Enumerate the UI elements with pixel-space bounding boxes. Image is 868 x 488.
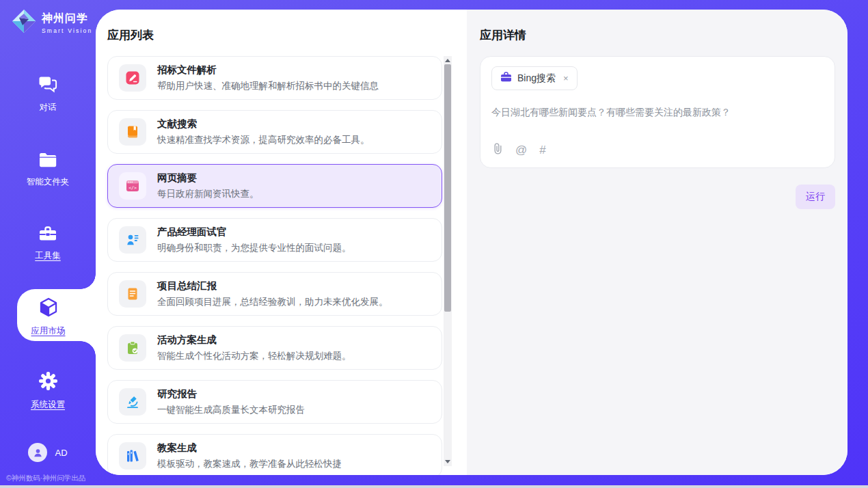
app-list-title: 应用列表 bbox=[107, 27, 154, 43]
brand-name: 神州问学 bbox=[42, 12, 92, 26]
browser-icon: </> bbox=[119, 172, 146, 200]
run-button[interactable]: 运行 bbox=[796, 185, 835, 209]
app-card-description: 智能生成个性化活动方案，轻松解决规划难题。 bbox=[157, 350, 351, 362]
sidebar-item-toolset[interactable]: 工具集 bbox=[0, 225, 96, 262]
list-scrollbar[interactable] bbox=[444, 56, 452, 466]
toolbox-icon bbox=[38, 225, 57, 245]
app-card[interactable]: 文献搜索 快速精准查找学术资源，提高研究效率的必备工具。 bbox=[107, 110, 442, 154]
main-panel: 应用列表 招标文件解析 帮助用户快速、准确地理解和解析招标书中的关键信息 bbox=[96, 10, 847, 475]
hash-icon[interactable]: # bbox=[539, 144, 545, 157]
app-card-description: 全面回顾项目进展，总结经验教训，助力未来优化发展。 bbox=[157, 296, 388, 308]
copyright-text: ©神州数码·神州问学出品 bbox=[6, 474, 85, 483]
app-card-title: 研究报告 bbox=[157, 388, 305, 401]
app-list-panel: 应用列表 招标文件解析 帮助用户快速、准确地理解和解析招标书中的关键信息 bbox=[96, 10, 467, 475]
app-card-title: 教案生成 bbox=[157, 442, 342, 455]
app-card-description: 模板驱动，教案速成，教学准备从此轻松快捷 bbox=[157, 458, 342, 470]
bottom-edge-strip bbox=[0, 485, 868, 488]
sidebar-item-label: 系统设置 bbox=[31, 399, 65, 411]
prompt-text[interactable]: 今日湖北有哪些新闻要点？有哪些需要关注的最新政策？ bbox=[491, 107, 824, 119]
svg-text:</>: </> bbox=[128, 185, 137, 191]
books-icon bbox=[119, 442, 146, 470]
diamond-logo-icon bbox=[11, 8, 37, 37]
interviewer-icon bbox=[119, 226, 146, 254]
briefcase-icon bbox=[500, 72, 512, 85]
pen-square-icon bbox=[119, 64, 146, 92]
app-card[interactable]: 研究报告 一键智能生成高质量长文本研究报告 bbox=[107, 380, 442, 424]
user-account[interactable]: AD bbox=[0, 443, 96, 462]
scroll-up-arrow-icon[interactable] bbox=[445, 59, 450, 62]
app-screen: 神州问学 Smart Vision 对话 智能文件夹 bbox=[0, 0, 868, 488]
prompt-card[interactable]: Bing搜索 × 今日湖北有哪些新闻要点？有哪些需要关注的最新政策？ @ # bbox=[480, 56, 835, 168]
sidebar: 神州问学 Smart Vision 对话 智能文件夹 bbox=[0, 0, 96, 488]
composer-toolbar: @ # bbox=[493, 142, 546, 158]
scrollbar-thumb[interactable] bbox=[444, 64, 451, 312]
sidebar-item-label: 对话 bbox=[40, 102, 57, 113]
app-card-description: 快速精准查找学术资源，提高研究效率的必备工具。 bbox=[157, 134, 370, 146]
app-card-title: 项目总结汇报 bbox=[157, 280, 388, 293]
avatar bbox=[28, 443, 47, 462]
app-card-title: 招标文件解析 bbox=[157, 64, 379, 77]
at-icon[interactable]: @ bbox=[515, 144, 527, 157]
brand-subtitle: Smart Vision bbox=[42, 27, 92, 34]
sidebar-item-label: 应用市场 bbox=[31, 325, 66, 337]
clipboard-check-icon bbox=[119, 334, 146, 362]
gear-icon bbox=[38, 371, 58, 394]
cube-icon bbox=[37, 296, 60, 322]
app-card-title: 产品经理面试官 bbox=[157, 226, 351, 239]
sidebar-item-chat[interactable]: 对话 bbox=[0, 75, 96, 113]
app-card[interactable]: 产品经理面试官 明确身份和职责，为您提供专业性的面试问题。 bbox=[107, 218, 442, 262]
sidebar-item-settings[interactable]: 系统设置 bbox=[0, 371, 96, 411]
scroll-down-arrow-icon[interactable] bbox=[445, 460, 450, 463]
paperclip-icon[interactable] bbox=[493, 142, 503, 158]
sidebar-item-smart-folder[interactable]: 智能文件夹 bbox=[0, 152, 96, 188]
app-card-title: 网页摘要 bbox=[157, 172, 259, 185]
microscope-icon bbox=[119, 388, 146, 416]
folder-icon bbox=[38, 152, 57, 171]
app-card-description: 一键智能生成高质量长文本研究报告 bbox=[157, 404, 305, 416]
app-card-list: 招标文件解析 帮助用户快速、准确地理解和解析招标书中的关键信息 文献搜索 快速精… bbox=[107, 56, 442, 475]
user-name: AD bbox=[55, 448, 67, 458]
app-card[interactable]: 教案生成 模板驱动，教案速成，教学准备从此轻松快捷 bbox=[107, 434, 442, 475]
app-card-description: 每日政府新闻资讯快查。 bbox=[157, 188, 259, 200]
app-card[interactable]: 活动方案生成 智能生成个性化活动方案，轻松解决规划难题。 bbox=[107, 326, 442, 370]
close-icon[interactable]: × bbox=[563, 73, 569, 83]
report-doc-icon bbox=[119, 280, 146, 308]
app-card[interactable]: 项目总结汇报 全面回顾项目进展，总结经验教训，助力未来优化发展。 bbox=[107, 272, 442, 316]
chat-icon bbox=[38, 75, 58, 96]
brand-logo: 神州问学 Smart Vision bbox=[11, 8, 92, 37]
tool-chip-bing-search[interactable]: Bing搜索 × bbox=[491, 66, 578, 90]
sidebar-item-label: 智能文件夹 bbox=[27, 176, 70, 188]
app-card[interactable]: </> 网页摘要 每日政府新闻资讯快查。 bbox=[107, 164, 442, 208]
sidebar-item-label: 工具集 bbox=[35, 250, 61, 262]
app-card-description: 帮助用户快速、准确地理解和解析招标书中的关键信息 bbox=[157, 80, 379, 92]
app-card-title: 活动方案生成 bbox=[157, 334, 351, 347]
tool-chip-label: Bing搜索 bbox=[517, 72, 556, 85]
sidebar-item-app-market[interactable]: 应用市场 bbox=[17, 289, 96, 341]
app-detail-panel: 应用详情 Bing搜索 × 今日湖北有哪些新闻要点？有哪些需要关注的最新政策？ bbox=[467, 10, 847, 475]
app-card-title: 文献搜索 bbox=[157, 118, 370, 131]
book-icon bbox=[119, 118, 146, 146]
app-detail-title: 应用详情 bbox=[480, 27, 526, 43]
app-card-description: 明确身份和职责，为您提供专业性的面试问题。 bbox=[157, 242, 351, 254]
app-card[interactable]: 招标文件解析 帮助用户快速、准确地理解和解析招标书中的关键信息 bbox=[107, 56, 442, 100]
